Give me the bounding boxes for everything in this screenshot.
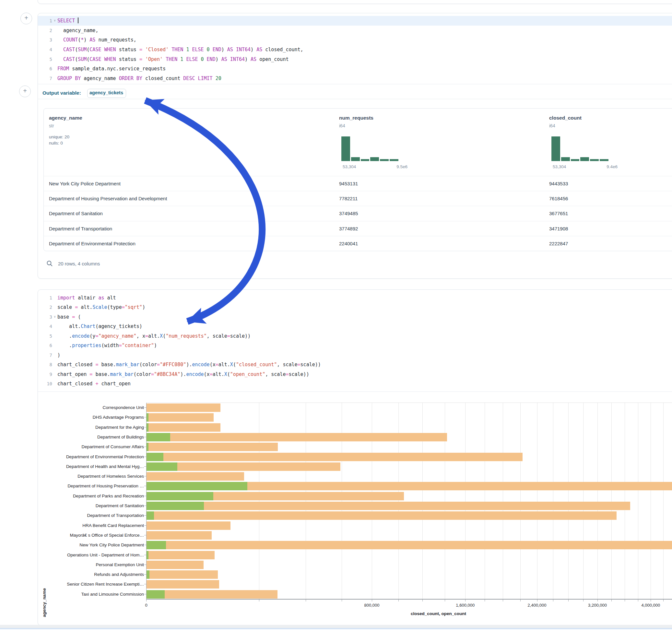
bar-closed-count (146, 551, 215, 559)
collapse-chevron-icon[interactable]: ∨ (52, 16, 57, 26)
add-cell-button-middle[interactable]: + (19, 86, 31, 97)
bar-closed-count (146, 541, 672, 549)
python-code-editor[interactable]: 1import altair as alt2scale = alt.Scale(… (38, 290, 672, 389)
code-line[interactable]: 4 alt.Chart(agency_tickets) (38, 322, 672, 332)
closed-count-range: 53,304 9.4e6 (553, 164, 618, 169)
gridline (485, 403, 485, 599)
code-line[interactable]: 7GROUP BY agency_name ORDER BY closed_co… (38, 74, 672, 83)
code-text: .encode(y="agency_name", x=alt.X("num_re… (57, 333, 250, 339)
cell-num-requests: 9453131 (339, 181, 358, 186)
code-text: scale = alt.Scale(type="sqrt") (57, 304, 145, 310)
code-line[interactable]: 1import altair as alt (38, 293, 672, 303)
notebook-page: + + 1∨SELECT 2 agency_name,3 COUNT(*) AS… (0, 0, 672, 630)
code-line[interactable]: 1∨SELECT (38, 16, 672, 26)
code-line[interactable]: 6FROM sample_data.nyc.service_requests (38, 64, 672, 74)
collapse-chevron-icon[interactable]: ∨ (52, 312, 57, 322)
search-icon[interactable] (46, 260, 53, 267)
gridline (423, 403, 423, 599)
y-axis-label: Personal Exemption Unit (50, 562, 144, 567)
sql-code-editor[interactable]: 1∨SELECT 2 agency_name,3 COUNT(*) AS num… (38, 13, 672, 83)
code-output-divider (38, 84, 672, 84)
bar-closed-count (146, 404, 220, 412)
code-text: import altair as alt (57, 295, 116, 301)
x-axis-tick (568, 600, 569, 602)
bar-closed-count (146, 453, 523, 461)
gridline (638, 403, 638, 599)
line-number: 6 (38, 343, 52, 348)
code-text: base = ( (57, 314, 81, 320)
code-line[interactable]: 3 COUNT(*) AS num_requests, (38, 35, 672, 45)
add-cell-button-top[interactable]: + (20, 13, 32, 24)
column-header-closed-count[interactable]: closed_count i64 (549, 115, 581, 128)
code-text: COUNT(*) AS num_requests, (57, 37, 137, 43)
line-number: 9 (38, 372, 52, 377)
code-text: chart_closed = base.mark_bar(color="#FFC… (57, 362, 321, 367)
bar-closed-count (146, 522, 231, 530)
code-line[interactable]: 9chart_open = base.mark_bar(color="#8BC3… (38, 369, 672, 379)
header-body-divider (44, 176, 672, 176)
column-header-num-requests[interactable]: num_requests i64 (339, 115, 374, 128)
histogram-bar (390, 159, 399, 161)
output-row-divider (38, 99, 672, 99)
column-name: agency_name (49, 115, 82, 121)
y-axis-label: Taxi and Limousine Commission (50, 592, 144, 597)
dataframe-preview-card: agency_name str unique: 20 nulls: 0 num_… (44, 108, 672, 251)
gridline (342, 403, 342, 599)
histogram-bar (351, 157, 360, 161)
code-line[interactable]: 7) (38, 350, 672, 360)
range-min: 53,304 (343, 164, 356, 169)
code-line[interactable]: 4 CAST(SUM(CASE WHEN status = 'Closed' T… (38, 45, 672, 54)
y-axis-label: Correspondence Unit (50, 405, 144, 410)
row-divider (44, 206, 672, 206)
x-axis-tick-label: 4,000,000 (641, 603, 660, 608)
x-axis-tick (611, 600, 612, 602)
bar-open-count (146, 453, 163, 461)
cell-num-requests: 2240041 (339, 241, 358, 246)
sql-cell-card: 1∨SELECT 2 agency_name,3 COUNT(*) AS num… (38, 13, 672, 279)
bar-closed-count (146, 531, 212, 539)
gridline (625, 403, 625, 599)
gridline (520, 403, 521, 599)
gridline (399, 403, 399, 599)
row-divider (44, 251, 672, 251)
y-axis-label: Department of Consumer Affairs (50, 444, 144, 449)
y-axis-label: Refunds and Adjustments (50, 572, 144, 577)
code-text: agency_name, (57, 28, 98, 33)
code-line[interactable]: 2 agency_name, (38, 26, 672, 35)
line-number: 6 (38, 66, 52, 71)
x-axis-tick (465, 600, 465, 602)
column-type: str (49, 123, 82, 128)
bar-closed-count (146, 472, 244, 481)
code-line[interactable]: 8chart_closed = base.mark_bar(color="#FF… (38, 360, 672, 370)
code-line[interactable]: 10chart_closed + chart_open (38, 379, 672, 389)
column-header-agency-name[interactable]: agency_name str unique: 20 nulls: 0 (49, 115, 82, 146)
line-number: 5 (38, 57, 52, 62)
code-line[interactable]: 5 .encode(y="agency_name", x=alt.X("num_… (38, 331, 672, 341)
x-axis-tick (553, 600, 553, 602)
bar-closed-count (146, 511, 617, 520)
bar-closed-count (146, 413, 214, 421)
range-max: 9.5e6 (397, 164, 407, 169)
range-max: 9.4e6 (606, 164, 618, 169)
y-axis-label: Department of Health and Mental Hyg… (50, 464, 144, 469)
y-axis-label: Department of Sanitation (50, 503, 144, 508)
code-line[interactable]: 5 CAST(SUM(CASE WHEN status = 'Open' THE… (38, 54, 672, 64)
output-variable-pill[interactable]: agency_tickets (87, 89, 126, 98)
line-number: 2 (38, 28, 52, 33)
line-number: 4 (38, 324, 52, 329)
gridline (663, 403, 664, 599)
next-cell-edge (0, 628, 672, 630)
code-text: chart_closed + chart_open (57, 381, 130, 387)
bar-open-count (146, 443, 148, 451)
bar-open-count (146, 413, 148, 421)
cell-agency-name: New York City Police Department (49, 181, 121, 186)
y-axis-label: Senior Citizen Rent Increase Exempti… (50, 582, 144, 587)
column-type: i64 (339, 123, 374, 128)
x-axis-tick (372, 600, 372, 602)
x-axis-tick (597, 600, 598, 602)
histogram-bar (600, 159, 608, 161)
code-line[interactable]: 3∨base = ( (38, 312, 672, 322)
code-line[interactable]: 6 .properties(width="container") (38, 341, 672, 350)
line-number: 10 (38, 381, 52, 386)
code-line[interactable]: 2scale = alt.Scale(type="sqrt") (38, 303, 672, 312)
